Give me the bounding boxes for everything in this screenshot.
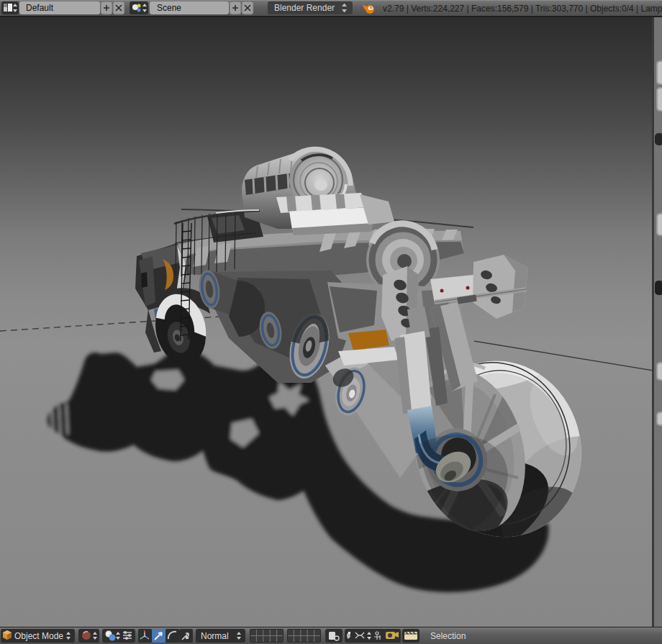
svg-text:Object Mode: Object Mode bbox=[14, 631, 63, 641]
svg-text:Normal: Normal bbox=[201, 631, 229, 641]
svg-text:Scene: Scene bbox=[157, 3, 181, 13]
svg-text:v2.79 | Verts:224,227 | Faces:: v2.79 | Verts:224,227 | Faces:156,579 | … bbox=[383, 4, 662, 14]
svg-text:Blender Render: Blender Render bbox=[274, 3, 335, 13]
svg-text:Default: Default bbox=[26, 3, 54, 13]
svg-text:Selection: Selection bbox=[430, 631, 466, 641]
